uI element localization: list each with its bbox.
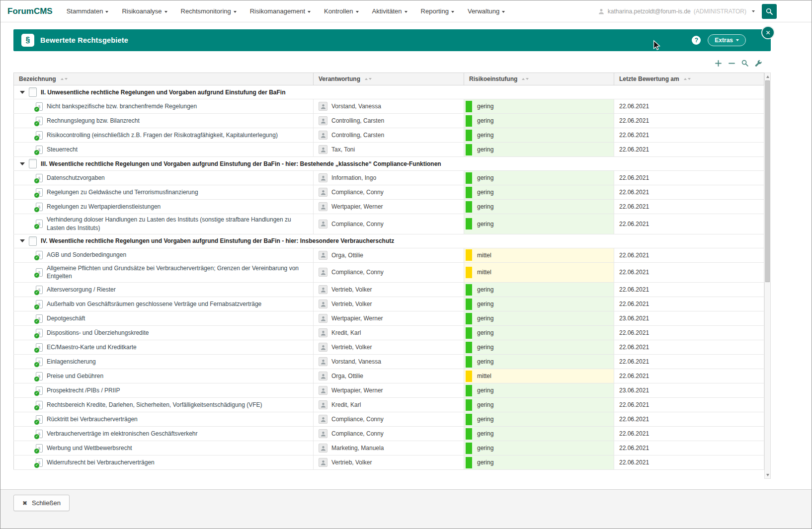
table-row[interactable]: §Risikocontrolling (einschließlich z.B. … (14, 128, 764, 143)
scrollbar-down-button[interactable] (765, 471, 770, 478)
table-row[interactable]: §Allgemeine Pflichten und Grundsätze bei… (14, 262, 764, 283)
table-row[interactable]: §Prospektrecht /PIBs / PRIIPWertpapier, … (14, 383, 764, 398)
table-row[interactable]: §SteuerrechtTax, Tonigering22.06.2021 (14, 143, 764, 157)
nav-item-risikoanalyse[interactable]: Risikoanalyse (122, 7, 167, 15)
global-search-button[interactable] (762, 4, 777, 19)
grid-settings-button[interactable] (754, 59, 763, 68)
risk-label: gering (477, 286, 493, 293)
last-evaluation-date: 22.06.2021 (619, 329, 649, 336)
table-row[interactable]: §Verhinderung doloser Handlungen zu Last… (14, 214, 764, 234)
vertical-scrollbar[interactable] (764, 73, 771, 479)
rechtsgebiete-table: BezeichnungVerantwortungRisikoeinstufung… (13, 73, 764, 470)
person-icon (319, 188, 327, 197)
last-evaluation-date: 22.06.2021 (619, 132, 649, 139)
folder-icon (29, 87, 37, 97)
extras-button[interactable]: Extras (708, 34, 746, 46)
table-row[interactable]: §Werbung und WettbewerbsrechtMarketing, … (14, 441, 764, 455)
collapse-toggle-icon[interactable] (20, 91, 25, 94)
table-row[interactable]: §Rücktritt bei VerbraucherverträgenCompl… (14, 412, 764, 427)
plus-icon (715, 60, 722, 67)
table-row[interactable]: §Nicht bankspezifische bzw. branchenfrem… (14, 99, 764, 114)
chevron-down-icon (502, 11, 505, 13)
table-row[interactable]: §Widerrufsrecht bei Verbraucherverträgen… (14, 455, 764, 470)
group-row[interactable]: III. Wesentliche rechtliche Regelungen u… (14, 157, 764, 171)
nav-item-label: Risikomanagement (250, 7, 305, 15)
chevron-down-icon (234, 11, 237, 13)
sort-icons[interactable] (522, 78, 529, 80)
responsible-name: Controlling, Carsten (331, 132, 384, 139)
nav-item-label: Stammdaten (67, 7, 103, 15)
last-evaluation-date: 23.06.2021 (619, 315, 649, 322)
risk-label: gering (477, 203, 493, 210)
nav-item-reporting[interactable]: Reporting (421, 7, 454, 15)
nav-item-stammdaten[interactable]: Stammdaten (67, 7, 109, 15)
table-row[interactable]: §Dispositions- und ÜberziehungskrediteKr… (14, 326, 764, 340)
chevron-down-icon (164, 11, 167, 13)
column-header-verantwortung[interactable]: Verantwortung (314, 73, 464, 85)
item-name: Dispositions- und Überziehungskredite (47, 329, 149, 337)
date-cell: 22.06.2021 (614, 369, 764, 383)
collapse-toggle-icon[interactable] (20, 239, 25, 242)
column-header-letzte-bewertung[interactable]: Letzte Bewertung am (614, 73, 764, 85)
sort-icons[interactable] (61, 78, 68, 80)
expand-all-button[interactable] (714, 59, 723, 68)
collapse-toggle-icon[interactable] (20, 162, 25, 165)
paragraph-doc-icon: § (36, 102, 43, 111)
last-evaluation-date: 22.06.2021 (619, 445, 649, 452)
table-row[interactable]: §EinlagensicherungVorstand, Vanessagerin… (14, 355, 764, 369)
table-row[interactable]: §EC/Maestro-Karte und KreditkarteVertrie… (14, 340, 764, 355)
person-icon (319, 314, 327, 323)
nav-item-kontrollen[interactable]: Kontrollen (324, 7, 359, 15)
collapse-all-button[interactable] (727, 59, 736, 68)
panel-close-button[interactable]: ✕ (761, 26, 775, 39)
triangle-down-icon (766, 474, 769, 476)
risk-cell: gering (464, 311, 614, 326)
group-row[interactable]: II. Unwesentliche rechtliche Regelungen … (14, 85, 764, 99)
nav-item-verwaltung[interactable]: Verwaltung (468, 7, 505, 15)
group-title: II. Unwesentliche rechtliche Regelungen … (41, 89, 286, 96)
risk-label: gering (477, 387, 493, 394)
person-icon (319, 268, 327, 277)
paragraph-doc-icon: § (36, 401, 43, 409)
table-row[interactable]: §Rechnungslegung bzw. BilanzrechtControl… (14, 114, 764, 128)
close-button[interactable]: ✖ Schließen (13, 495, 70, 511)
table-row[interactable]: §AGB und SonderbedingungenOrga, Ottiliem… (14, 248, 764, 262)
group-row[interactable]: IV. Wesentliche rechtliche Regelungen un… (14, 234, 764, 248)
table-row[interactable]: §DepotgeschäftWertpapier, Wernergering23… (14, 311, 764, 326)
column-header-risikoeinstufung[interactable]: Risikoeinstufung (464, 73, 614, 85)
nav-item-risikomanagement[interactable]: Risikomanagement (250, 7, 311, 15)
table-row[interactable]: §Altersversorgung / RiesterVertrieb, Vol… (14, 283, 764, 297)
table-row[interactable]: §Preise und GebührenOrga, Ottiliemittel2… (14, 369, 764, 383)
person-icon (319, 116, 327, 125)
date-cell: 22.06.2021 (614, 114, 764, 128)
column-header-bezeichnung[interactable]: Bezeichnung (14, 73, 314, 85)
name-cell: §EC/Maestro-Karte und Kreditkarte (14, 340, 314, 355)
risk-label: gering (477, 358, 493, 365)
user-menu[interactable]: katharina.petzoldt@forum-is.de (ADMINIST… (598, 8, 755, 15)
responsible-name: Kredit, Karl (331, 329, 361, 336)
table-row[interactable]: §Außerhalb von Geschäftsräumen geschloss… (14, 297, 764, 311)
scrollbar-up-button[interactable] (765, 73, 770, 80)
table-row[interactable]: §Rechtsbereich Kredite, Darlehen, Sicher… (14, 398, 764, 412)
responsible-cell: Vertrieb, Volker (314, 455, 464, 470)
page-title: Bewertete Rechtsgebiete (40, 36, 128, 44)
user-role: (ADMINISTRATOR) (694, 8, 746, 15)
name-cell: §Prospektrecht /PIBs / PRIIP (14, 383, 314, 398)
name-cell: §Verbraucherverträge im elektronischen G… (14, 427, 314, 441)
nav-item-rechtsmonitoring[interactable]: Rechtsmonitoring (181, 7, 237, 15)
table-row[interactable]: §Regelungen zu Wertpapierdienstleistunge… (14, 200, 764, 214)
risk-cell: gering (464, 412, 614, 427)
person-icon (319, 131, 327, 140)
nav-item-aktivitaeten[interactable]: Aktivitäten (372, 7, 407, 15)
grid-search-button[interactable] (740, 59, 749, 68)
paragraph-doc-icon: § (36, 300, 43, 308)
table-row[interactable]: §DatenschutzvorgabenInformation, Ingoger… (14, 171, 764, 185)
sort-icons[interactable] (684, 78, 691, 80)
scrollbar-thumb[interactable] (765, 80, 770, 282)
help-button[interactable]: ? (692, 36, 701, 45)
risk-cell: gering (464, 114, 614, 128)
sort-icons[interactable] (365, 78, 372, 80)
table-row[interactable]: §Regelungen zu Geldwäsche und Terrorismu… (14, 185, 764, 200)
item-name: Preise und Gebühren (47, 372, 103, 380)
table-row[interactable]: §Verbraucherverträge im elektronischen G… (14, 427, 764, 441)
